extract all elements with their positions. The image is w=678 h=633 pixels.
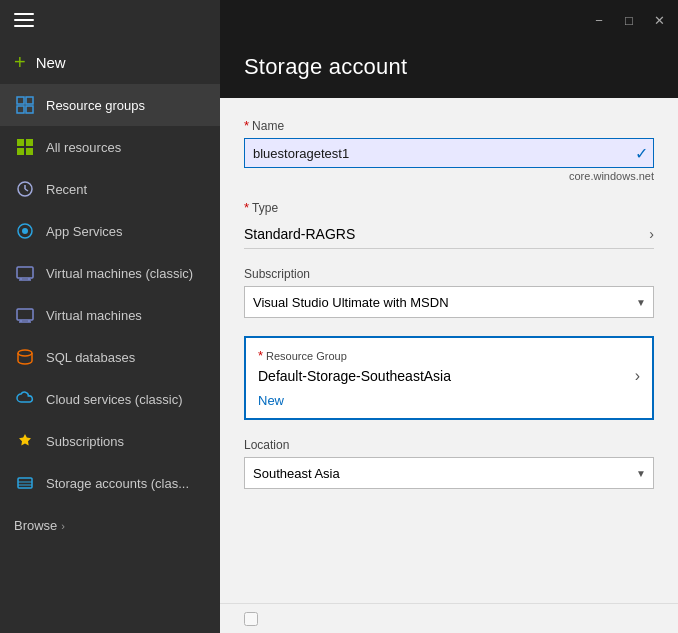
sidebar-item-label: Virtual machines (classic) [46,266,193,281]
rg-row[interactable]: Default-Storage-SoutheastAsia › [258,367,640,385]
sidebar: + New Resource groups All resources Rece… [0,0,220,633]
svg-point-21 [18,350,32,356]
rg-value: Default-Storage-SoutheastAsia [258,368,451,384]
browse-chevron-icon: › [61,520,65,532]
svg-rect-1 [26,97,33,104]
panel-footer [220,603,678,633]
svg-rect-5 [26,139,33,146]
storage-icon [14,472,36,494]
svg-rect-13 [17,267,33,278]
name-valid-icon: ✓ [635,144,648,163]
svg-rect-4 [17,139,24,146]
svg-line-10 [25,189,28,191]
type-selector[interactable]: Standard-RAGRS › [244,220,654,249]
vm-icon [14,304,36,326]
resource-groups-icon [14,94,36,116]
main-area: − □ ✕ Storage account * Name ✓ core.wind… [220,0,678,633]
sidebar-item-label: Subscriptions [46,434,124,449]
location-select-wrap: Southeast Asia East Asia East US West US [244,457,654,489]
sidebar-item-resource-groups[interactable]: Resource groups [0,84,220,126]
rg-label: * Resource Group [258,348,640,363]
type-label: * Type [244,200,654,215]
sidebar-header [0,0,220,40]
browse-button[interactable]: Browse › [0,508,220,543]
sidebar-item-storage[interactable]: Storage accounts (clas... [0,462,220,504]
minimize-button[interactable]: − [588,9,610,31]
sidebar-item-label: Virtual machines [46,308,142,323]
sidebar-item-vmc[interactable]: Virtual machines (classic) [0,252,220,294]
rg-new-link[interactable]: New [258,393,284,408]
sql-icon [14,346,36,368]
sidebar-item-label: Cloud services (classic) [46,392,183,407]
required-star-rg: * [258,348,263,363]
close-button[interactable]: ✕ [648,9,670,31]
top-bar: − □ ✕ [220,0,678,40]
svg-rect-3 [26,106,33,113]
maximize-button[interactable]: □ [618,9,640,31]
svg-rect-2 [17,106,24,113]
new-label: New [36,54,66,71]
required-star: * [244,118,249,133]
location-select[interactable]: Southeast Asia East Asia East US West US [244,457,654,489]
panel-title: Storage account [220,40,678,98]
sidebar-item-recent[interactable]: Recent [0,168,220,210]
hamburger-icon[interactable] [14,13,34,27]
svg-rect-7 [26,148,33,155]
name-input-wrap: ✓ [244,138,654,168]
subscription-select-wrap: Visual Studio Ultimate with MSDN [244,286,654,318]
location-field-group: Location Southeast Asia East Asia East U… [244,438,654,489]
subscription-label: Subscription [244,267,654,281]
sidebar-item-sql[interactable]: SQL databases [0,336,220,378]
footer-checkbox[interactable] [244,612,258,626]
browse-label: Browse [14,518,57,533]
svg-rect-0 [17,97,24,104]
svg-rect-17 [17,309,33,320]
name-label: * Name [244,118,654,133]
panel-body: * Name ✓ core.windows.net * Type Standar… [220,98,678,603]
sidebar-item-label: Recent [46,182,87,197]
sidebar-item-cloud[interactable]: Cloud services (classic) [0,378,220,420]
name-field-group: * Name ✓ core.windows.net [244,118,654,182]
name-suffix: core.windows.net [244,170,654,182]
subscriptions-icon [14,430,36,452]
vmc-icon [14,262,36,284]
subscription-field-group: Subscription Visual Studio Ultimate with… [244,267,654,318]
sidebar-item-vm[interactable]: Virtual machines [0,294,220,336]
location-label: Location [244,438,654,452]
sidebar-item-label: All resources [46,140,121,155]
subscription-select[interactable]: Visual Studio Ultimate with MSDN [244,286,654,318]
type-value: Standard-RAGRS [244,226,355,242]
sidebar-item-label: SQL databases [46,350,135,365]
recent-icon [14,178,36,200]
plus-icon: + [14,52,26,72]
svg-rect-6 [17,148,24,155]
sidebar-item-label: App Services [46,224,123,239]
sidebar-item-all-resources[interactable]: All resources [0,126,220,168]
required-star-type: * [244,200,249,215]
app-services-icon [14,220,36,242]
rg-chevron-icon: › [635,367,640,385]
sidebar-item-subscriptions[interactable]: Subscriptions [0,420,220,462]
name-input[interactable] [244,138,654,168]
new-button[interactable]: + New [0,40,220,84]
type-chevron-icon: › [649,226,654,242]
resource-group-box: * Resource Group Default-Storage-Southea… [244,336,654,420]
sidebar-item-app-services[interactable]: App Services [0,210,220,252]
sidebar-item-label: Resource groups [46,98,145,113]
cloud-icon [14,388,36,410]
svg-point-12 [22,228,28,234]
type-field-group: * Type Standard-RAGRS › [244,200,654,249]
svg-rect-22 [18,478,32,488]
storage-account-panel: Storage account * Name ✓ core.windows.ne… [220,40,678,633]
all-resources-icon [14,136,36,158]
sidebar-item-label: Storage accounts (clas... [46,476,189,491]
